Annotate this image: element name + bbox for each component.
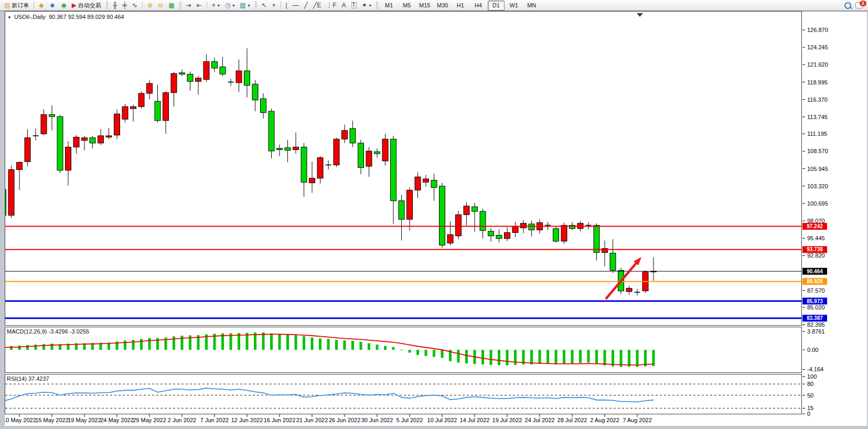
- candle-chart-icon: ╪: [122, 2, 127, 8]
- bull-candle: [25, 138, 30, 162]
- indicators-icon: +: [212, 2, 216, 8]
- chart-shift-icon: ⇤: [197, 2, 202, 8]
- macd-bar: [351, 341, 354, 350]
- macd-bar: [295, 335, 297, 350]
- bull-candle: [415, 177, 421, 190]
- new-order-button[interactable]: ▤ 新订单: [2, 1, 31, 10]
- candle-chart-button[interactable]: ╪: [120, 1, 129, 10]
- bull-candle: [98, 136, 104, 143]
- bull-candle: [447, 234, 453, 243]
- timeframe-button-mn[interactable]: MN: [523, 1, 540, 10]
- bar-chart-button[interactable]: ╫: [111, 1, 120, 10]
- main-toolbar: ▤ 新订单 ◆ ☻ ◉ ▶ 自动交易 ╫ ╪ ∿ ⊕ ⊖ ▦ ⇥ ⇤ +▾ ◷▾…: [0, 0, 868, 11]
- chevron-down-icon: ▾: [248, 3, 250, 8]
- zoom-in-button[interactable]: ⊕: [145, 1, 155, 10]
- timeframe-button-d1[interactable]: D1: [488, 1, 505, 10]
- text-button[interactable]: A: [340, 1, 348, 10]
- line-chart-icon: ∿: [132, 2, 137, 8]
- support-button[interactable]: ☻: [47, 1, 58, 10]
- date-tick-label: 28 Jul 2022: [558, 417, 587, 423]
- bear-candle: [277, 148, 283, 150]
- date-tick-label: 2 Aug 2022: [590, 417, 619, 423]
- tile-windows-button[interactable]: ▦: [166, 1, 176, 10]
- periods-icon: ◷: [225, 2, 230, 8]
- hline-icon: —: [293, 2, 299, 8]
- bear-candle: [220, 67, 226, 74]
- macd-bar: [278, 334, 281, 350]
- cursor-button[interactable]: ↖: [260, 1, 269, 10]
- macd-bar: [587, 350, 590, 362]
- bear-candle: [261, 99, 266, 113]
- bear-candle: [374, 152, 380, 154]
- zoom-out-button[interactable]: ⊖: [156, 1, 165, 10]
- indicators-button[interactable]: +▾: [210, 1, 222, 10]
- timeframe-button-m30[interactable]: M30: [434, 1, 451, 10]
- bear-candle: [269, 111, 274, 151]
- macd-tick-label: -4.164: [807, 366, 823, 372]
- periods-button[interactable]: ◷▾: [223, 1, 237, 10]
- price-tick-label: 126.870: [807, 27, 828, 33]
- bear-candle: [594, 226, 599, 253]
- autotrade-button[interactable]: ▶ 自动交易: [70, 1, 103, 10]
- price-tick-label: 121.620: [807, 61, 828, 68]
- timeframe-button-m15[interactable]: M15: [416, 1, 433, 10]
- text-icon: A: [342, 2, 346, 8]
- timeframe-button-m5[interactable]: M5: [399, 1, 415, 10]
- bull-candle: [17, 162, 23, 169]
- bull-candle: [293, 147, 299, 149]
- gold-button[interactable]: ◆: [37, 1, 46, 10]
- text-label-button[interactable]: T: [349, 1, 359, 10]
- templates-button[interactable]: ▧▾: [238, 1, 252, 10]
- macd-bar: [140, 339, 143, 350]
- channel-button[interactable]: ╱E: [311, 1, 323, 10]
- vertical-line-button[interactable]: |: [284, 1, 290, 10]
- macd-bar: [465, 350, 468, 363]
- macd-bar: [481, 350, 484, 364]
- chart-canvas[interactable]: 97.24293.73890.46488.92885.97383.387126.…: [5, 11, 867, 426]
- macd-indicator-label: MACD(12,26,9) -3.4296 -3.0255: [7, 328, 89, 335]
- bull-candle: [423, 179, 429, 182]
- macd-bar: [132, 340, 135, 350]
- notification-badge: 1: [860, 1, 866, 6]
- bull-candle: [147, 83, 153, 93]
- bear-candle: [350, 128, 356, 143]
- date-tick-label: 5 Jul 2022: [397, 417, 423, 423]
- trendline-icon: ╱: [304, 2, 308, 8]
- fibonacci-button[interactable]: ⋮F: [324, 1, 338, 10]
- chat-icon[interactable]: 1: [855, 2, 863, 8]
- bull-candle: [464, 206, 469, 214]
- bull-candle: [407, 190, 413, 220]
- bear-candle: [187, 74, 193, 81]
- bar-chart-icon: ╫: [113, 2, 117, 8]
- price-tick-label: 87.570: [807, 287, 825, 294]
- date-tick-label: 19 Jul 2022: [492, 417, 522, 423]
- bear-candle: [529, 224, 534, 230]
- macd-bar: [506, 350, 509, 366]
- horizontal-line-button[interactable]: —: [291, 1, 301, 10]
- bull-candle: [114, 114, 120, 135]
- trendline-button[interactable]: ╱: [302, 1, 310, 10]
- price-tag-value: 90.464: [807, 269, 823, 274]
- bull-candle: [106, 136, 112, 137]
- autoscroll-button[interactable]: ⇥: [184, 1, 194, 10]
- bear-candle: [90, 138, 95, 143]
- bull-candle: [334, 139, 339, 165]
- line-chart-button[interactable]: ∿: [130, 1, 140, 10]
- bear-candle: [431, 180, 437, 188]
- macd-bar: [344, 340, 346, 350]
- search-icon[interactable]: [844, 2, 851, 9]
- timeframe-button-w1[interactable]: W1: [506, 1, 522, 10]
- bear-candle: [553, 229, 559, 241]
- toolbar-separator: [207, 2, 207, 9]
- arrows-button[interactable]: ✦▾: [360, 1, 373, 10]
- bull-candle: [171, 73, 177, 93]
- timeframe-button-h4[interactable]: H4: [470, 1, 487, 10]
- signals-button[interactable]: ◉: [59, 1, 68, 10]
- timeframe-button-m1[interactable]: M1: [381, 1, 398, 10]
- macd-bar: [563, 350, 565, 364]
- date-tick-label: 21 Jun 2022: [296, 417, 328, 423]
- new-order-label: 新订单: [12, 2, 29, 9]
- chart-shift-button[interactable]: ⇤: [195, 1, 204, 10]
- timeframe-button-h1[interactable]: H1: [452, 1, 469, 10]
- crosshair-button[interactable]: +: [270, 1, 278, 10]
